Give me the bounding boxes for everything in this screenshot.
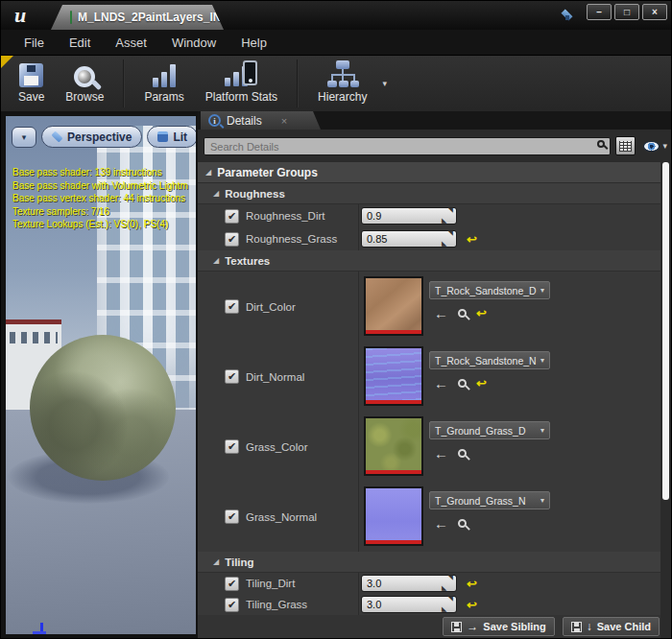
grid-icon [619,141,632,152]
floppy-icon [451,622,462,632]
drag-handle-icon[interactable] [442,210,453,222]
expanded-arrow-icon: ◢ [213,256,219,265]
reset-to-default-icon[interactable]: ↩ [467,598,477,612]
tiling-dirt-value-field[interactable]: 3.0 [361,575,457,592]
minimize-button[interactable]: – [587,4,612,20]
browse-to-asset-icon[interactable] [458,379,467,388]
param-label: Tiling_Dirt [246,578,295,589]
reset-to-default-icon[interactable]: ↩ [476,376,487,390]
dirt-normal-asset-dropdown[interactable]: T_Rock_Sandstone_N ▾ [429,351,550,369]
param-label: Roughness_Dirt [246,210,324,222]
details-tab-close-icon[interactable]: × [281,115,287,127]
use-selected-asset-icon[interactable]: ← [434,376,448,390]
drag-handle-icon[interactable] [442,233,453,245]
preview-viewport[interactable]: ▾ Perspective Lit Sho Base pass shader: … [1,111,198,639]
property-matrix-button[interactable] [615,136,636,155]
search-details-input[interactable] [204,137,611,155]
check-icon: ✔ [228,600,236,610]
perspective-button[interactable]: Perspective [41,126,142,148]
params-button[interactable]: Params [136,59,191,107]
toolbar-separator [297,59,299,107]
toolbar: Save Browse Params Platform Stats [1,56,672,111]
roughness-grass-value-field[interactable]: 0.85 [361,230,457,248]
expanded-arrow-icon: ◢ [213,189,219,198]
viewport-options-dropdown[interactable]: ▾ [12,127,36,148]
tiling-section-header[interactable]: ◢ Tiling [198,552,672,573]
details-tab[interactable]: i Details × [201,111,321,130]
menu-asset[interactable]: Asset [104,32,158,54]
platform-stats-icon [225,60,257,87]
grass-color-asset-dropdown[interactable]: T_Ground_Grass_D ▾ [429,421,550,439]
browse-to-asset-icon[interactable] [458,519,467,528]
material-instance-icon [70,11,72,24]
scrollbar-thumb[interactable] [662,162,669,500]
texture-thumbnail-normal-map[interactable] [364,346,423,406]
asset-tab[interactable]: M_LNDS_2PaintLayers_IN × [51,5,224,30]
param-label: Tiling_Grass [246,599,307,610]
texture-thumbnail-grass[interactable] [364,416,423,476]
tutorial-cap-icon[interactable] [560,7,575,22]
roughness-dirt-checkbox[interactable]: ✔ [225,209,239,224]
view-options-button[interactable]: ▾ [640,141,667,152]
param-row-roughness-dirt: ✔ Roughness_Dirt 0.9 [198,204,672,227]
reset-to-default-icon[interactable]: ↩ [467,577,477,591]
save-child-button[interactable]: ↓ Save Child [563,617,660,636]
textures-section-header[interactable]: ◢ Textures [198,250,672,272]
shader-stats-overlay: Base pass shader: 139 instructions Base … [12,166,188,231]
search-field-wrap [204,137,611,155]
tiling-grass-checkbox[interactable]: ✔ [225,598,239,612]
use-selected-asset-icon[interactable]: ← [434,516,448,531]
menu-window[interactable]: Window [160,32,228,54]
param-label: Grass_Color [246,441,308,453]
drag-handle-icon[interactable] [442,599,453,610]
hierarchy-icon [326,60,359,87]
parameter-groups-header[interactable]: ◢ Parameter Groups [198,162,672,183]
texture-thumbnail-normal-map[interactable] [364,486,423,546]
menu-help[interactable]: Help [229,32,278,54]
stats-line: Texture Lookups (Est.): VS(0), PS(4) [12,218,188,231]
grass-color-checkbox[interactable]: ✔ [225,439,239,454]
drag-handle-icon[interactable] [442,578,453,589]
menu-file[interactable]: File [12,32,56,54]
title-bar: u M_LNDS_2PaintLayers_IN × – □ × [1,1,672,30]
save-button[interactable]: Save [11,59,52,107]
chevron-down-icon: ▾ [662,141,667,151]
use-selected-asset-icon[interactable]: ← [434,446,448,461]
details-scrollbar[interactable] [660,162,671,638]
menu-edit[interactable]: Edit [58,32,102,54]
hierarchy-dropdown-icon[interactable]: ▾ [382,79,387,88]
platform-stats-button[interactable]: Platform Stats [198,59,285,107]
dirt-color-checkbox[interactable]: ✔ [225,299,239,314]
browse-button[interactable]: Browse [58,59,111,107]
details-info-icon: i [208,114,221,127]
arrow-down-icon: ↓ [587,620,592,633]
browse-to-asset-icon[interactable] [458,309,467,318]
roughness-grass-checkbox[interactable]: ✔ [225,232,239,247]
close-button[interactable]: × [642,4,667,20]
grass-normal-asset-dropdown[interactable]: T_Ground_Grass_N ▾ [429,491,550,509]
check-icon: ✔ [228,579,236,589]
grass-normal-checkbox[interactable]: ✔ [225,509,239,524]
hierarchy-button[interactable]: Hierarchy [310,59,374,107]
check-icon: ✔ [228,511,236,522]
bar-chart-icon [153,64,176,87]
viewport-scene[interactable]: ▾ Perspective Lit Sho Base pass shader: … [6,116,196,634]
magnifier-icon [74,66,95,87]
lit-button[interactable]: Lit [147,126,196,148]
floppy-icon [571,622,582,632]
tiling-grass-value-field[interactable]: 3.0 [361,596,457,613]
reset-to-default-icon[interactable]: ↩ [476,306,487,320]
browse-to-asset-icon[interactable] [458,449,467,458]
dirt-color-asset-dropdown[interactable]: T_Rock_Sandstone_D ▾ [429,281,550,299]
save-sibling-button[interactable]: → Save Sibling [443,617,554,636]
use-selected-asset-icon[interactable]: ← [434,306,448,320]
maximize-button[interactable]: □ [614,4,639,20]
roughness-dirt-value-field[interactable]: 0.9 [361,207,457,225]
asset-tab-close-icon[interactable]: × [228,11,235,24]
reset-to-default-icon[interactable]: ↩ [467,232,477,247]
perspective-icon [51,130,62,142]
tiling-dirt-checkbox[interactable]: ✔ [225,577,239,591]
texture-thumbnail-sandstone[interactable] [364,276,423,336]
dirt-normal-checkbox[interactable]: ✔ [225,369,239,384]
roughness-section-header[interactable]: ◢ Roughness [198,183,672,204]
